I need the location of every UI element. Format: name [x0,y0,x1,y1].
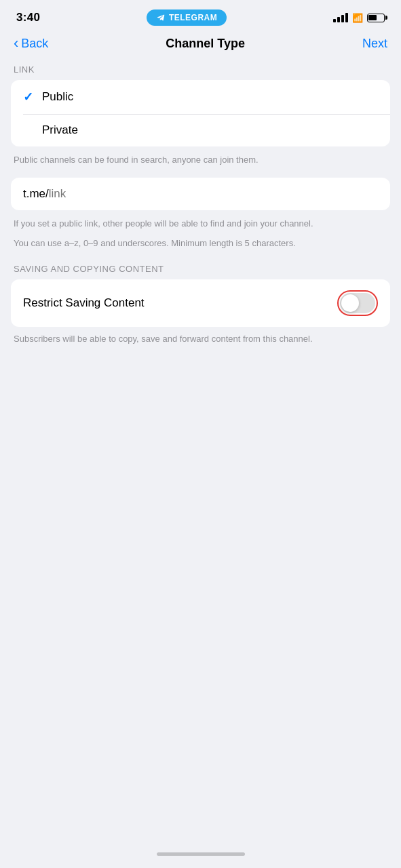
signal-bars-icon [333,13,348,22]
next-button[interactable]: Next [362,37,387,51]
public-check-icon: ✓ [23,90,42,104]
channel-type-card: ✓ Public Private [11,80,390,146]
private-label: Private [42,123,78,137]
wifi-icon: 📶 [352,13,363,23]
status-bar: 3:40 TELEGRAM 📶 [0,0,401,31]
link-section-label: LINK [14,64,390,75]
saving-helper-text: Subscribers will be able to copy, save a… [14,332,387,346]
telegram-badge: TELEGRAM [147,9,227,26]
battery-icon [367,14,385,22]
back-label: Back [21,37,48,51]
nav-bar: ‹ Back Channel Type Next [0,31,401,59]
public-label: Public [42,90,73,104]
restrict-saving-label: Restrict Saving Content [23,296,145,310]
link-helper-text-2: You can use a–z, 0–9 and underscores. Mi… [14,237,387,250]
saving-section: SAVING AND COPYING CONTENT Restrict Savi… [11,264,390,346]
back-button[interactable]: ‹ Back [14,37,48,51]
telegram-label: TELEGRAM [169,13,217,22]
link-input-card: t.me/ [11,178,390,210]
restrict-saving-toggle[interactable] [340,293,375,313]
back-chevron-icon: ‹ [14,36,18,51]
status-center: TELEGRAM [147,9,227,26]
home-indicator [157,852,245,856]
page-title: Channel Type [166,37,245,51]
link-input[interactable] [49,187,378,201]
option-public[interactable]: ✓ Public [11,80,390,114]
option-private[interactable]: Private [11,114,390,146]
content: LINK ✓ Public Private Public channels ca… [0,59,401,345]
toggle-thumb [341,294,359,312]
restrict-saving-row: Restrict Saving Content [11,279,390,327]
status-icons: 📶 [333,13,385,23]
link-helper-text-1: If you set a public link, other people w… [14,217,387,231]
saving-section-label: SAVING AND COPYING CONTENT [14,264,390,274]
telegram-icon [156,13,166,22]
link-prefix: t.me/ [23,187,49,201]
public-helper-text: Public channels can be found in search, … [14,153,387,167]
toggle-wrapper [337,290,378,316]
status-time: 3:40 [16,11,40,24]
